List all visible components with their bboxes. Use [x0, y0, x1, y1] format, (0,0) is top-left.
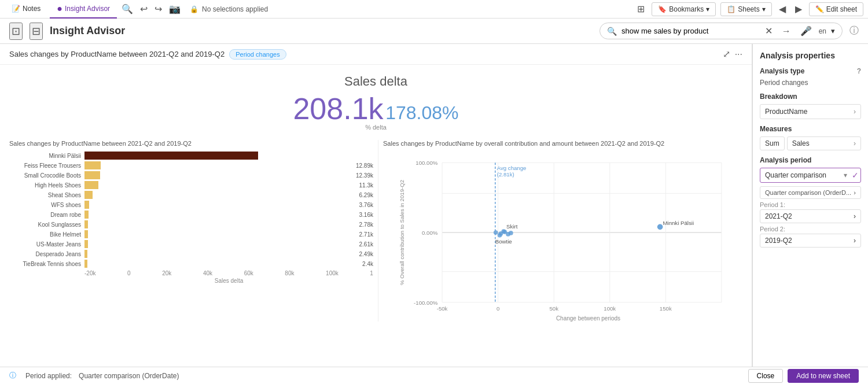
submit-search-button[interactable]: → [779, 26, 793, 36]
measure-sum-chip[interactable]: Sum [760, 136, 785, 150]
bar-container [84, 181, 357, 189]
bar-chart-row: Dream robe3.16k [9, 211, 373, 219]
svg-text:% Overall contribution to Sale: % Overall contribution to Sales in 2019-… [399, 180, 405, 285]
bar-value-label: 2.71k [359, 231, 373, 238]
measure-sales-chip[interactable]: Sales › [787, 136, 861, 150]
bar-chart: Minnki PälsiiFeiss Fleece Trousers12.89k… [9, 152, 373, 268]
bar-container [84, 152, 371, 160]
bar-chart-row: US-Master Jeans2.61k [9, 240, 373, 248]
bar-chart-row: Kool Sunglasses2.78k [9, 220, 373, 228]
analysis-type-help-icon[interactable]: ? [857, 67, 861, 75]
bar-fill [84, 220, 88, 228]
bar-chart-row: Bike Helmet2.71k [9, 230, 373, 238]
tab-insight-advisor[interactable]: ● Insight Advisor [50, 0, 117, 19]
svg-text:50k: 50k [549, 305, 558, 312]
undo-icon[interactable]: ↩ [138, 3, 150, 14]
tab-notes[interactable]: 📝 Notes [5, 0, 47, 19]
grid-icon[interactable]: ⊞ [635, 3, 647, 14]
bar-label: Desperado Jeans [9, 251, 84, 257]
next-sheet-icon[interactable]: ▶ [793, 3, 804, 14]
kpi-values: 208.1k 178.08% [0, 91, 752, 126]
measure-chevron: › [854, 139, 856, 147]
bar-container [84, 230, 357, 238]
redo-icon[interactable]: ↪ [152, 3, 164, 14]
voice-input-button[interactable]: 🎤 [798, 25, 814, 36]
period1-chevron: › [854, 212, 856, 220]
bar-fill [84, 152, 258, 160]
search-input[interactable] [621, 27, 758, 35]
svg-text:100.00%: 100.00% [415, 160, 437, 166]
svg-point-26 [498, 233, 502, 238]
more-options-button[interactable]: ··· [735, 49, 742, 60]
svg-text:-50k: -50k [437, 305, 448, 312]
analysis-type-value: Period changes [760, 79, 861, 87]
bar-value-label: 6.29k [359, 192, 373, 198]
period2-value: 2019-Q2 [765, 237, 792, 245]
snapshot-icon[interactable]: 📷 [167, 3, 183, 14]
bar-fill [84, 250, 87, 258]
period-sub-item[interactable]: Quarter comparison (OrderD... › [760, 186, 861, 199]
period2-value-chip[interactable]: 2019-Q2 › [760, 234, 861, 248]
bar-value-label: 12.89k [356, 163, 373, 169]
analysis-period-section-title: Analysis period [760, 156, 861, 164]
bookmarks-button[interactable]: 🔖 Bookmarks ▾ [652, 2, 716, 16]
svg-text:0.00%: 0.00% [422, 230, 438, 236]
help-button[interactable]: ⓘ [849, 25, 859, 37]
breakdown-section-title: Breakdown [760, 93, 861, 101]
svg-point-25 [494, 230, 498, 235]
insight-advisor-bar: ⊡ ⊟ Insight Advisor 🔍 ✕ → 🎤 en ▾ ⓘ [0, 19, 868, 44]
language-selector[interactable]: en [819, 27, 826, 35]
search-bar: 🔍 ✕ → 🎤 en ▾ [599, 23, 843, 39]
bar-fill [84, 230, 88, 238]
notes-tab-label: Notes [23, 5, 41, 13]
period-applied-label: Period applied: [25, 372, 72, 380]
bar-chart-row: High Heels Shoes11.3k [9, 181, 373, 189]
bar-container [84, 220, 357, 228]
left-panel-toggle[interactable]: ⊡ [9, 23, 23, 40]
bookmarks-chevron: ▾ [706, 5, 709, 13]
svg-point-29 [657, 224, 663, 230]
breakdown-chevron: › [854, 108, 856, 116]
bar-value-label: 3.76k [359, 202, 373, 208]
period-badge[interactable]: Period changes [229, 49, 286, 60]
period-select[interactable]: Quarter comparison [760, 168, 861, 183]
period-sub-chevron: › [854, 189, 856, 196]
period-select-check-icon: ✓ [852, 171, 859, 180]
period1-value-chip[interactable]: 2021-Q2 › [760, 209, 861, 223]
search-icon: 🔍 [607, 27, 617, 36]
svg-point-28 [509, 231, 513, 235]
bar-chart-row: Sheat Shoes6.29k [9, 191, 373, 199]
edit-sheet-button[interactable]: ✏️ Edit sheet [809, 2, 863, 16]
right-panel-toggle[interactable]: ⊟ [30, 23, 43, 40]
sheets-button[interactable]: 📋 Sheets ▾ [720, 2, 771, 16]
svg-text:150k: 150k [660, 305, 672, 312]
bar-container [84, 201, 357, 209]
close-button[interactable]: Close [748, 369, 784, 383]
edit-sheet-label: Edit sheet [826, 5, 857, 13]
bottom-bar-actions: Close Add to new sheet [748, 369, 859, 383]
bar-fill [84, 240, 88, 248]
bar-fill [84, 181, 98, 189]
expand-chart-button[interactable]: ⤢ [723, 49, 730, 60]
clear-search-button[interactable]: ✕ [763, 25, 775, 36]
sheets-icon: 📋 [727, 5, 735, 13]
bar-value-label: 3.16k [359, 212, 373, 218]
prev-sheet-icon[interactable]: ◀ [777, 3, 788, 14]
period-applied-value: Quarter comparison (OrderDate) [79, 372, 179, 380]
breakdown-chip[interactable]: ProductName › [760, 104, 861, 119]
bar-chart-row: Feiss Fleece Trousers12.89k [9, 161, 373, 169]
add-to-sheet-button[interactable]: Add to new sheet [788, 369, 859, 383]
bar-x-tick: -20k [84, 270, 95, 276]
bar-chart-row: Small Crocodile Boots12.39k [9, 171, 373, 179]
bar-label: High Heels Shoes [9, 182, 84, 189]
svg-text:100k: 100k [604, 305, 616, 312]
bar-value-label: 2.4k [362, 261, 373, 267]
chart-header: Sales changes by ProductName between 202… [0, 44, 752, 65]
analysis-properties-title: Analysis properties [760, 51, 861, 60]
bar-label: Sheat Shoes [9, 192, 84, 198]
svg-text:Bowtie: Bowtie [495, 238, 512, 245]
period-sub-label: Quarter comparison (OrderD... [765, 189, 851, 196]
svg-text:Skirt: Skirt [506, 223, 518, 230]
search-toggle-icon[interactable]: 🔍 [119, 3, 135, 14]
bar-value-label: 11.3k [359, 182, 373, 189]
